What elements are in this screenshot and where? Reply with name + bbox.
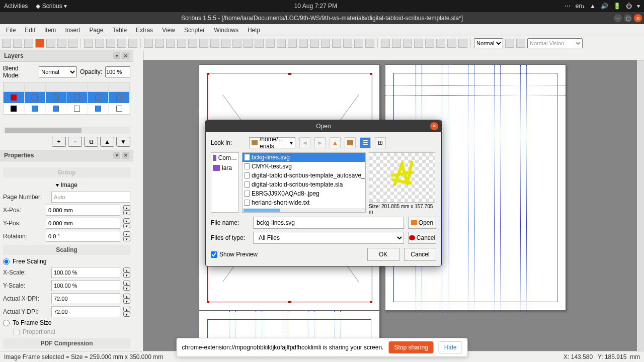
vision-select[interactable]: Normal Vision: [527, 38, 583, 48]
menu-item[interactable]: Item: [40, 25, 60, 35]
place-computer[interactable]: Com…: [211, 153, 238, 163]
tool-copy-props-icon[interactable]: [354, 39, 363, 48]
layers-close-button[interactable]: ✕: [122, 52, 129, 59]
file-item[interactable]: bckg-lines.svg: [243, 153, 365, 162]
detail-view-button[interactable]: ⊞: [375, 137, 386, 148]
tool-copy-icon[interactable]: [117, 39, 126, 48]
back-button[interactable]: ◄: [299, 137, 310, 148]
rot-down[interactable]: ▾: [123, 236, 130, 241]
tool-cut-icon[interactable]: [106, 39, 115, 48]
tool-table-icon[interactable]: [188, 39, 197, 48]
up-button[interactable]: ▲: [330, 137, 341, 148]
tool-edit-contents-icon[interactable]: [299, 39, 308, 48]
minimize-button[interactable]: –: [614, 14, 622, 22]
blend-mode-select[interactable]: Normal: [39, 66, 77, 77]
menu-file[interactable]: File: [2, 25, 20, 35]
filelist-h-scrollbar[interactable]: [243, 208, 365, 212]
tool-cms-icon[interactable]: [505, 39, 514, 48]
system-menu-icon[interactable]: ▾: [637, 3, 640, 10]
tool-image-icon[interactable]: [166, 39, 175, 48]
place-home[interactable]: lara: [211, 163, 238, 173]
clock[interactable]: 10 Aug 7:27 PM: [67, 3, 565, 10]
rotation-input[interactable]: [46, 231, 120, 242]
tool-save-icon[interactable]: [24, 39, 33, 48]
ydpi-input[interactable]: [51, 306, 120, 317]
tool-text-icon[interactable]: [155, 39, 164, 48]
yscale-input[interactable]: [51, 280, 120, 291]
cancel-button[interactable]: Cancel: [404, 248, 436, 261]
filetype-select[interactable]: All Files: [253, 232, 404, 244]
tool-print-icon[interactable]: [46, 39, 55, 48]
tool-pdf-check-icon[interactable]: [414, 39, 423, 48]
tool-pdf-pushbtn-icon[interactable]: [381, 39, 390, 48]
ypos-input[interactable]: [46, 218, 120, 229]
layer-dup-button[interactable]: ⧉: [84, 137, 98, 147]
tool-edit-text-icon[interactable]: [310, 39, 319, 48]
layer-remove-button[interactable]: −: [68, 137, 82, 147]
tool-undo-icon[interactable]: [84, 39, 93, 48]
xdpi-input[interactable]: [51, 293, 120, 304]
tool-bezier-icon[interactable]: [244, 39, 253, 48]
battery-icon[interactable]: 🔋: [613, 3, 621, 10]
preview-mode-select[interactable]: Normal: [474, 38, 503, 48]
menu-page[interactable]: Page: [85, 25, 107, 35]
image-section-label[interactable]: Image: [60, 182, 77, 189]
power-icon[interactable]: ⏻: [626, 3, 632, 10]
path-select[interactable]: /home/…erials ▾: [249, 137, 295, 148]
tool-eyedropper-icon[interactable]: [365, 39, 374, 48]
tool-preflight-icon[interactable]: [57, 39, 66, 48]
file-item[interactable]: herland-short-wide.txt: [243, 198, 365, 207]
tool-close-icon[interactable]: [35, 39, 44, 48]
free-scaling-radio[interactable]: [3, 258, 10, 265]
hide-share-button[interactable]: Hide: [439, 341, 462, 353]
tool-line-icon[interactable]: [232, 39, 242, 48]
tool-pdf-annot-icon[interactable]: [447, 39, 456, 48]
tool-link-icon[interactable]: [321, 39, 330, 48]
ypos-up[interactable]: ▴: [123, 218, 130, 223]
network-icon[interactable]: ▲: [590, 3, 596, 10]
tool-pdf-text-icon[interactable]: [403, 39, 412, 48]
ok-button[interactable]: OK: [367, 248, 399, 261]
menu-help[interactable]: Help: [244, 25, 264, 35]
tool-pdf-icon[interactable]: [68, 39, 77, 48]
tool-pdf-radio-icon[interactable]: [392, 39, 401, 48]
menu-scripter[interactable]: Scripter: [180, 25, 209, 35]
new-folder-button[interactable]: [345, 137, 356, 148]
canvas-v-scrollbar[interactable]: [637, 60, 644, 362]
tool-freehand-icon[interactable]: [255, 39, 264, 48]
file-item[interactable]: digital-tabloid-scribus-template_autosav…: [243, 171, 365, 180]
tool-select-icon[interactable]: [144, 39, 153, 48]
ypos-down[interactable]: ▾: [123, 223, 130, 228]
tool-pdf-link-icon[interactable]: [458, 39, 467, 48]
props-close-button[interactable]: ✕: [122, 152, 129, 159]
layer-up-button[interactable]: ▲: [100, 137, 114, 147]
tool-arc-icon[interactable]: [210, 39, 219, 48]
show-preview-check[interactable]: [211, 251, 217, 258]
filename-input[interactable]: [253, 217, 404, 229]
open-file-button[interactable]: Open: [408, 217, 436, 229]
tool-measure-icon[interactable]: [343, 39, 352, 48]
cancel-file-button[interactable]: Cancel: [408, 232, 436, 244]
tool-open-icon[interactable]: [13, 39, 22, 48]
opacity-input[interactable]: [105, 66, 130, 77]
tool-pdf-list-icon[interactable]: [436, 39, 445, 48]
dialog-close-button[interactable]: ✕: [430, 122, 438, 130]
tool-paste-icon[interactable]: [128, 39, 137, 48]
file-item[interactable]: digital-tabloid-scribus-template.sla: [243, 180, 365, 189]
list-view-button[interactable]: ☰: [360, 137, 371, 148]
tool-preview-icon[interactable]: [516, 39, 525, 48]
file-item[interactable]: E8RGJJ9X0AQAd8-.jpeg: [243, 189, 365, 198]
tool-render-icon[interactable]: [177, 39, 186, 48]
menu-windows[interactable]: Windows: [210, 25, 243, 35]
layer-row[interactable]: [4, 92, 130, 103]
layers-shade-button[interactable]: ▾: [113, 52, 120, 59]
activities-button[interactable]: Activities: [4, 3, 28, 10]
to-frame-radio[interactable]: [3, 320, 10, 326]
close-button[interactable]: ✕: [634, 14, 642, 22]
tool-zoom-icon[interactable]: [288, 39, 297, 48]
tool-rotate-icon[interactable]: [277, 39, 286, 48]
lang-indicator[interactable]: en₁: [576, 3, 585, 10]
volume-icon[interactable]: 🔊: [601, 3, 608, 10]
app-menu[interactable]: ◆ Scribus ▾: [36, 3, 67, 10]
tool-polygon-icon[interactable]: [221, 39, 230, 48]
